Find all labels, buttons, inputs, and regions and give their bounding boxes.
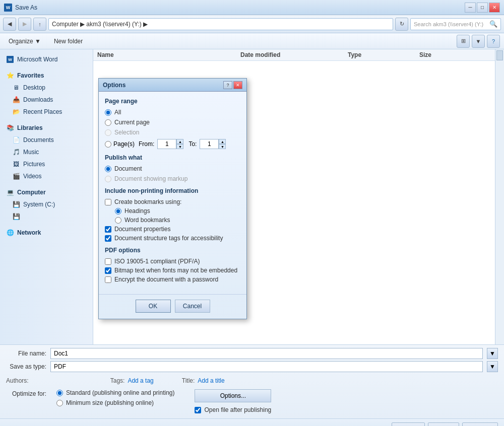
sidebar-item-desktop[interactable]: 🖥 Desktop [0,82,93,94]
create-bookmarks-checkbox[interactable] [105,199,111,205]
maximize-button[interactable]: □ [477,3,488,13]
current-page-label: Current page [114,119,150,126]
current-page-radio[interactable] [105,119,111,126]
up-button[interactable]: ↑ [33,18,46,31]
sidebar-c-drive-label: System (C:) [23,201,55,208]
network-label: Network [17,229,41,236]
search-box[interactable]: Search akm3 (\\server4) (Y:) 🔍 [410,18,501,30]
filename-input[interactable] [50,348,483,359]
toolbar: Organize ▼ New folder ⊞ ▼ ? [0,33,504,49]
close-button[interactable]: ✕ [489,3,500,13]
doc-markup-radio[interactable] [105,176,111,182]
to-up-button[interactable]: ▲ [219,139,226,144]
title-label: Title: [182,377,195,384]
scrollbar[interactable] [495,49,504,344]
encrypt-checkbox[interactable] [105,276,111,283]
sidebar-item-c-drive[interactable]: 💾 System (C:) [0,198,93,210]
from-down-button[interactable]: ▼ [176,144,183,149]
downloads-icon: 📥 [12,96,20,104]
from-input[interactable] [157,139,176,149]
dialog-help-button[interactable]: ? [223,81,232,89]
filename-dropdown-button[interactable]: ▼ [487,348,498,359]
pdf-options-title: PDF options [105,247,240,254]
dialog-cancel-button[interactable]: Cancel [175,300,210,313]
open-after-checkbox[interactable] [195,407,201,413]
save-button[interactable]: Save [428,422,459,427]
to-down-button[interactable]: ▼ [219,144,226,149]
minimize-button[interactable]: ─ [465,3,476,13]
tags-item: Tags: Add a tag [110,377,154,384]
iso-checkbox[interactable] [105,258,111,265]
dialog-close-button[interactable]: ✕ [233,81,242,89]
doc-markup-label: Document showing markup [114,175,187,182]
bitmap-label: Bitmap text when fonts may not be embedd… [114,267,237,274]
help-button[interactable]: ? [487,35,500,48]
from-up-button[interactable]: ▲ [176,139,183,144]
sidebar-item-pictures[interactable]: 🖼 Pictures [0,158,93,170]
sidebar-section-network: 🌐 Network [0,227,93,239]
sidebar-item-recent[interactable]: 📂 Recent Places [0,106,93,118]
sidebar-item-videos[interactable]: 🎬 Videos [0,170,93,182]
tools-button[interactable]: Tools ▼ [392,422,425,427]
options-button[interactable]: Options... [195,389,271,402]
headings-radio[interactable] [115,208,121,215]
cancel-button[interactable]: Cancel [462,422,498,427]
pages-radio[interactable] [105,141,111,148]
publish-what-section: Publish what Document Document showing m… [105,154,240,182]
optimize-standard-radio[interactable] [56,390,63,396]
sidebar-item-word[interactable]: W Microsoft Word [0,53,93,65]
sidebar-section-computer: 💻 Computer [0,186,93,198]
col-header-date[interactable]: Date modified [240,51,348,58]
title-value[interactable]: Add a title [198,377,224,384]
authors-input[interactable] [32,376,72,385]
tags-value[interactable]: Add a tag [128,377,153,384]
sidebar-item-documents[interactable]: 📄 Documents [0,134,93,146]
document-radio[interactable] [105,166,111,172]
sidebar-word-label: Microsoft Word [17,56,57,63]
sidebar-pictures-label: Pictures [23,161,45,168]
word-bookmarks-label: Word bookmarks [124,217,170,224]
optimize-min-radio[interactable] [56,400,63,406]
to-input[interactable] [200,139,219,149]
title-bar-controls: ─ □ ✕ [465,3,500,13]
bitmap-checkbox[interactable] [105,267,111,274]
doc-properties-row: Document properties [105,226,240,233]
savetype-dropdown-button[interactable]: ▼ [487,361,498,372]
view-controls: ⊞ ▼ ? [457,35,500,48]
tags-label: Tags: [110,377,125,384]
savetype-input[interactable] [50,361,483,372]
col-header-name[interactable]: Name [97,51,240,58]
organize-button[interactable]: Organize ▼ [4,35,45,47]
selection-label: Selection [114,129,139,136]
open-after-option[interactable]: Open file after publishing [195,406,271,413]
dialog-title-bar: Options ? ✕ [99,79,246,92]
optimize-standard-option[interactable]: Standard (publishing online and printing… [56,389,174,396]
hide-folders-button[interactable]: ⬆ Hide Folders [6,423,57,427]
col-header-size[interactable]: Size [419,51,491,58]
refresh-button[interactable]: ↻ [395,18,408,31]
sidebar-music-label: Music [23,149,39,156]
view-dropdown-button[interactable]: ▼ [472,35,485,48]
sidebar-item-downloads[interactable]: 📥 Downloads [0,94,93,106]
view-toggle-button[interactable]: ⊞ [457,35,470,48]
word-bookmarks-radio[interactable] [115,217,121,224]
dialog-ok-button[interactable]: OK [136,300,171,313]
new-folder-button[interactable]: New folder [49,35,87,47]
doc-properties-checkbox[interactable] [105,226,111,233]
back-button[interactable]: ◀ [3,18,16,31]
optimize-min-option[interactable]: Minimum size (publishing online) [56,399,174,406]
from-spinner: ▲ ▼ [157,139,183,149]
word-sidebar-icon: W [6,55,14,63]
sidebar-item-drive2[interactable]: 💾 [0,210,93,223]
address-path[interactable]: Computer ▶ akm3 (\\server4) (Y:) ▶ [48,18,393,30]
col-header-type[interactable]: Type [348,51,419,58]
sidebar-downloads-label: Downloads [23,96,53,103]
recent-icon: 📂 [12,108,20,116]
forward-button[interactable]: ▶ [18,18,31,31]
selection-radio[interactable] [105,129,111,136]
doc-structure-checkbox[interactable] [105,235,111,242]
sidebar-item-music[interactable]: 🎵 Music [0,146,93,158]
all-radio[interactable] [105,109,111,116]
pages-label: Page(s) [113,140,135,148]
document-radio-row: Document [105,165,240,172]
